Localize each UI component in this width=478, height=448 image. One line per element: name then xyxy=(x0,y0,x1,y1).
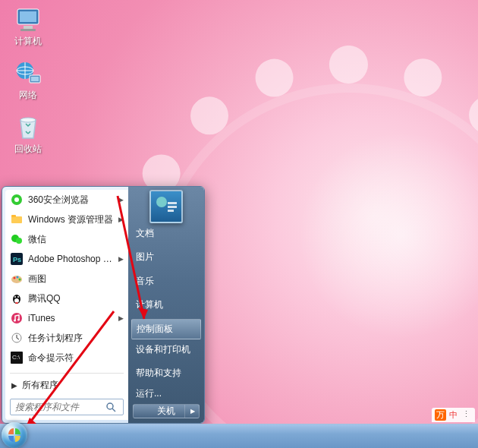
svg-rect-1 xyxy=(20,11,36,22)
search-icon xyxy=(105,402,116,415)
photoshop-icon: Ps xyxy=(10,252,24,266)
submenu-caret-icon: ▶ xyxy=(118,216,124,223)
itunes-icon xyxy=(10,311,24,325)
app-icon xyxy=(10,371,24,371)
ime-char: 中 xyxy=(448,409,459,421)
svg-rect-39 xyxy=(168,202,177,204)
svg-point-25 xyxy=(15,302,18,304)
wechat-icon xyxy=(10,232,24,246)
svg-line-37 xyxy=(112,409,115,412)
svg-point-20 xyxy=(19,279,21,281)
all-programs-label: 所有程序 xyxy=(22,379,58,392)
program-item-paint[interactable]: 画图 xyxy=(5,269,128,289)
ime-indicator[interactable]: 万 中 ⋮ xyxy=(432,408,475,422)
shutdown-button[interactable]: 关机 ▶ xyxy=(133,404,200,418)
svg-point-8 xyxy=(20,118,36,122)
start-menu-left-pane: 360安全浏览器 ▶ Windows 资源管理器 ▶ 微信 Ps Adobe P… xyxy=(5,190,128,420)
svg-rect-2 xyxy=(24,26,33,29)
recycle-bin-icon xyxy=(13,112,43,143)
submenu-caret-icon: ▶ xyxy=(118,314,124,322)
program-label: 任务计划程序 xyxy=(28,332,124,345)
ime-char: 万 xyxy=(435,409,446,421)
clock-icon xyxy=(10,331,24,345)
program-item-itunes[interactable]: iTunes ▶ xyxy=(5,308,128,328)
svg-point-38 xyxy=(156,197,167,207)
terminal-icon: C:\ xyxy=(10,351,24,364)
separator xyxy=(10,373,124,374)
program-label: 腾讯QQ xyxy=(28,292,124,305)
shutdown-label: 关机 xyxy=(157,405,175,418)
right-item-run[interactable]: 运行... xyxy=(128,383,204,404)
right-item-documents[interactable]: 文档 xyxy=(128,223,204,244)
program-label: 微信 xyxy=(28,233,124,246)
desktop-icon-label: 计算机 xyxy=(14,35,42,48)
svg-point-14 xyxy=(16,238,22,244)
desktop-icon-label: 网络 xyxy=(19,89,37,102)
svg-text:Ps: Ps xyxy=(13,256,21,263)
svg-point-27 xyxy=(14,320,16,322)
right-item-computer[interactable]: 计算机 xyxy=(128,295,204,315)
program-label: 命令提示符 xyxy=(28,352,124,364)
program-item-task-scheduler[interactable]: 任务计划程序 xyxy=(5,328,128,348)
desktop-icon-label: 回收站 xyxy=(14,143,42,156)
program-item-wechat[interactable]: 微信 xyxy=(5,229,128,249)
svg-rect-3 xyxy=(20,29,36,31)
program-label: iTunes xyxy=(28,313,114,323)
svg-rect-40 xyxy=(168,206,177,208)
desktop-icon-network[interactable]: 网络 xyxy=(5,58,52,102)
right-item-devices-printers[interactable]: 设备和打印机 xyxy=(128,339,204,360)
folder-icon xyxy=(10,213,24,226)
submenu-caret-icon: ▶ xyxy=(118,255,124,263)
program-item-360-browser[interactable]: 360安全浏览器 ▶ xyxy=(5,190,128,210)
program-label: 360安全浏览器 xyxy=(28,194,114,207)
start-menu-programs-list: 360安全浏览器 ▶ Windows 资源管理器 ▶ 微信 Ps Adobe P… xyxy=(5,190,128,371)
svg-point-18 xyxy=(14,277,16,279)
program-label: 画图 xyxy=(28,273,124,286)
svg-point-24 xyxy=(17,296,19,298)
right-item-help[interactable]: 帮助和支持 xyxy=(128,363,204,383)
svg-point-26 xyxy=(11,313,22,323)
svg-point-36 xyxy=(107,403,113,409)
all-programs-button[interactable]: ▶ 所有程序 xyxy=(5,375,128,396)
program-item-photoshop[interactable]: Ps Adobe Photoshop CS6 ▶ xyxy=(5,249,128,269)
right-item-music[interactable]: 音乐 xyxy=(128,271,204,292)
program-item-qq[interactable]: 腾讯QQ xyxy=(5,289,128,308)
computer-icon xyxy=(13,5,43,35)
svg-point-19 xyxy=(17,276,19,279)
chevron-right-icon: ▶ xyxy=(190,408,195,415)
start-menu-right-pane: 文档 图片 音乐 计算机 控制面板 设备和打印机 帮助和支持 运行... 关机 … xyxy=(128,187,204,423)
right-item-pictures[interactable]: 图片 xyxy=(128,247,204,267)
caret-right-icon: ▶ xyxy=(11,381,17,390)
taskbar xyxy=(0,424,478,448)
svg-rect-12 xyxy=(11,215,16,217)
program-item-cmd[interactable]: C:\ 命令提示符 xyxy=(5,348,128,368)
program-label: Adobe Photoshop CS6 xyxy=(28,254,114,264)
paint-icon xyxy=(10,272,24,286)
user-picture[interactable] xyxy=(149,190,183,223)
browser-icon xyxy=(10,193,24,207)
svg-rect-11 xyxy=(11,216,22,223)
ime-char: ⋮ xyxy=(461,409,472,421)
program-item-misc[interactable]: 顽皮 xyxy=(5,368,128,371)
desktop-icon-recycle-bin[interactable]: 回收站 xyxy=(5,112,52,156)
svg-point-10 xyxy=(14,197,19,202)
start-button[interactable] xyxy=(2,422,27,448)
start-menu: 360安全浏览器 ▶ Windows 资源管理器 ▶ 微信 Ps Adobe P… xyxy=(2,186,205,424)
svg-rect-7 xyxy=(31,77,39,81)
desktop-icon-computer[interactable]: 计算机 xyxy=(5,5,52,48)
program-label: 顽皮 xyxy=(28,371,124,372)
right-item-control-panel[interactable]: 控制面板 xyxy=(131,319,201,339)
start-menu-search xyxy=(10,399,124,415)
program-label: Windows 资源管理器 xyxy=(28,213,114,226)
svg-point-28 xyxy=(17,319,20,321)
svg-text:C:\: C:\ xyxy=(12,354,20,361)
desktop-icons-area: 计算机 网络 回收站 xyxy=(5,5,52,156)
program-item-explorer[interactable]: Windows 资源管理器 ▶ xyxy=(5,210,128,229)
network-icon xyxy=(13,58,43,89)
svg-rect-41 xyxy=(168,210,174,212)
submenu-caret-icon: ▶ xyxy=(118,196,124,203)
svg-point-23 xyxy=(14,296,16,298)
qq-icon xyxy=(10,292,24,305)
